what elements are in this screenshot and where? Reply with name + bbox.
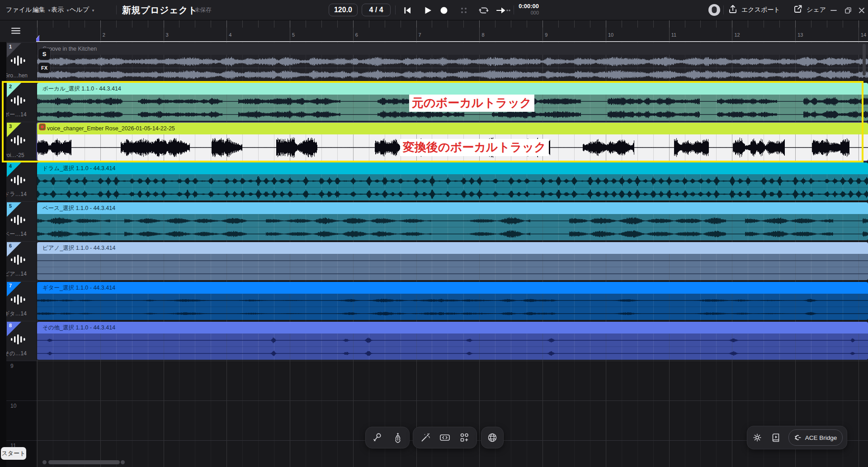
ruler-bar-number: 10: [608, 32, 613, 38]
audio-clip-track-5[interactable]: ベース_選択 1.1.0 - 44.3.414: [37, 202, 868, 240]
time-main: 0:00:00: [515, 3, 539, 10]
share-button[interactable]: シェア: [793, 0, 826, 20]
time-signature-display[interactable]: 4 / 4: [362, 4, 391, 16]
start-button[interactable]: スタート: [1, 447, 26, 460]
audio-clip-track-8[interactable]: その他_選択 1.1.0 - 44.3.414: [37, 322, 868, 360]
export-button[interactable]: エクスポート: [728, 0, 780, 20]
track-number: 4: [9, 163, 12, 169]
scroll-right-handle[interactable]: [121, 460, 125, 464]
track-name-label: voi…-25: [4, 152, 35, 158]
chevron-down-icon: ▼: [91, 9, 95, 13]
follow-playhead-button[interactable]: [495, 5, 511, 16]
audio-clip-track-6[interactable]: ピアノ_選択 1.1.0 - 44.3.414: [37, 242, 868, 280]
microphone-icon[interactable]: [371, 432, 383, 443]
save-status: 未保存: [194, 0, 212, 20]
record-button[interactable]: [439, 5, 449, 16]
clip-title: ギター_選択 1.1.0 - 44.3.414: [42, 284, 115, 292]
media-frame-icon[interactable]: [439, 432, 451, 443]
ruler-bar-number: 12: [734, 32, 740, 38]
fx-button[interactable]: FX: [38, 62, 51, 73]
waveform-icon: [10, 214, 26, 228]
loop-button[interactable]: [478, 5, 489, 16]
hamburger-menu-icon[interactable]: [11, 27, 21, 37]
horizontal-scrollbar[interactable]: [48, 460, 120, 464]
ruler-bar-number: 7: [419, 32, 421, 38]
clip-waveform-area: [37, 174, 868, 200]
user-avatar[interactable]: [708, 4, 721, 16]
time-display: 0:00:00 000: [515, 3, 539, 16]
project-title[interactable]: 新規プロジェクト: [122, 0, 198, 20]
time-sub: 000: [515, 10, 539, 16]
tutorial-icon[interactable]: [770, 432, 782, 443]
minimize-button[interactable]: [828, 5, 839, 16]
waveform-icon: [10, 134, 26, 148]
clip-title: ドラム_選択 1.1.0 - 44.3.414: [42, 165, 115, 172]
violin-icon[interactable]: [392, 432, 404, 443]
row-separator: [36, 361, 868, 361]
settings-gear-icon[interactable]: [751, 432, 763, 443]
menu-edit-label: 編集: [33, 6, 45, 14]
audio-clip-track-7[interactable]: ギター_選択 1.1.0 - 44.3.414: [37, 282, 868, 320]
vertical-scrollbar[interactable]: [863, 44, 866, 76]
ruler-bar-number: 9: [545, 32, 547, 38]
waveform-icon: [10, 174, 26, 188]
add-elements-icon[interactable]: [458, 432, 470, 443]
divider: [723, 5, 724, 14]
menu-help[interactable]: ヘルプ▼: [70, 0, 95, 20]
track-name-label: ベー…14: [4, 230, 35, 238]
audio-clip-track-1[interactable]: Groove in the Kitchen: [37, 43, 868, 81]
track-name-label: その…14: [4, 350, 35, 357]
solo-button[interactable]: S: [38, 48, 51, 60]
divider: [116, 5, 117, 14]
skip-to-start-button[interactable]: [402, 5, 413, 16]
track-panel-corner: [0, 20, 36, 42]
waveform-canvas: [37, 55, 868, 81]
metronome-dots-button[interactable]: [458, 5, 469, 16]
share-icon: [793, 4, 803, 16]
ruler-bar-number: 13: [797, 32, 803, 38]
track-number: 6: [9, 243, 12, 248]
track-name-label: ドラ…14: [4, 191, 35, 198]
annotation-original-vocal: 元のボーカルトラック: [409, 95, 534, 112]
divider: [395, 5, 396, 14]
clip-header: ピアノ_選択 1.1.0 - 44.3.414: [37, 242, 868, 254]
tempo-display[interactable]: 120.0: [329, 4, 358, 16]
ruler-bar-number: 8: [481, 32, 484, 38]
chevron-down-icon: ▼: [47, 9, 51, 13]
community-toolbar: [481, 427, 504, 448]
waveform-icon: [10, 254, 26, 267]
globe-icon[interactable]: [486, 432, 498, 443]
waveform-icon: [10, 294, 26, 307]
menu-file-label: ファイル: [6, 6, 32, 14]
clip-header: ベース_選択 1.1.0 - 44.3.414: [37, 202, 868, 214]
clip-header: voice_changer_Ember Rose_2026-01-05-14-2…: [37, 123, 868, 134]
track-number: 8: [9, 323, 12, 328]
export-label: エクスポート: [741, 6, 780, 14]
clip-title: voice_changer_Ember Rose_2026-01-05-14-2…: [47, 125, 175, 132]
scroll-left-handle[interactable]: [42, 460, 47, 464]
track-number: 3: [9, 124, 12, 129]
clip-title: Groove in the Kitchen: [42, 46, 97, 52]
clip-header: ギター_選択 1.1.0 - 44.3.414: [37, 282, 868, 294]
clip-waveform-area: [37, 254, 868, 280]
timeline-ruler[interactable]: 234567891011121314: [36, 20, 868, 42]
clip-waveform-area: [37, 334, 868, 360]
restore-window-button[interactable]: [843, 5, 854, 16]
row-number: 10: [10, 403, 16, 409]
menu-edit[interactable]: 編集▼: [33, 0, 51, 20]
close-button[interactable]: [856, 5, 867, 16]
left-gutter: [0, 42, 6, 467]
ruler-bar-number: 5: [292, 32, 295, 38]
ace-bridge-button[interactable]: ACE Bridge: [788, 429, 843, 446]
track-name-label: Gro…hen: [4, 72, 35, 79]
magic-wand-icon[interactable]: [420, 432, 431, 443]
ruler-bar-number: 14: [861, 32, 866, 38]
clip-title: ベース_選択 1.1.0 - 44.3.414: [42, 205, 115, 212]
clip-header: Groove in the Kitchen: [37, 43, 868, 55]
menu-view[interactable]: 表示▼: [51, 0, 70, 20]
clip-header: その他_選択 1.1.0 - 44.3.414: [37, 322, 868, 334]
play-button[interactable]: [422, 5, 433, 16]
track-number: 2: [9, 84, 12, 89]
audio-clip-track-4[interactable]: ドラム_選択 1.1.0 - 44.3.414: [37, 162, 868, 200]
playhead-flag[interactable]: [36, 35, 40, 42]
